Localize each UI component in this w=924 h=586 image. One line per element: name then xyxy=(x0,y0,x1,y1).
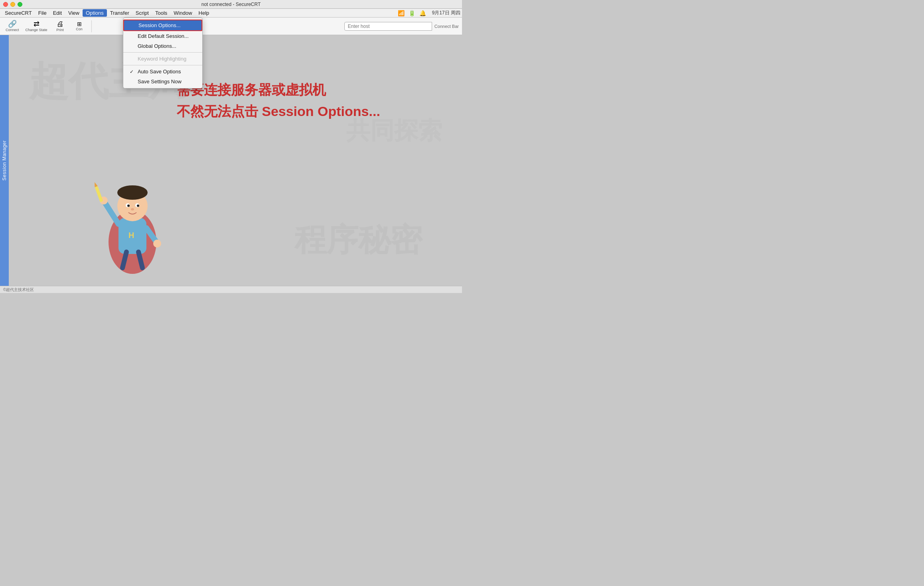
svg-point-6 xyxy=(127,205,130,207)
svg-rect-16 xyxy=(95,186,103,202)
menu-save-settings[interactable]: Save Settings Now xyxy=(123,77,202,87)
print-icon: 🖨 xyxy=(57,20,64,28)
menu-securecrt[interactable]: SecureCRT xyxy=(2,9,35,17)
menu-bar-right: 📶 🔋 🔔 9月17日 周四 xyxy=(397,10,460,16)
menu-help[interactable]: Help xyxy=(195,9,213,17)
edit-default-label: Edit Default Session... xyxy=(138,33,189,39)
menu-separator-1 xyxy=(123,52,202,53)
print-label: Print xyxy=(56,28,64,32)
session-manager-label: Session Manager xyxy=(2,140,7,181)
toolbar-separator xyxy=(91,20,92,32)
character-illustration: H xyxy=(89,162,176,274)
menu-session-options[interactable]: Session Options... xyxy=(123,20,202,31)
con-icon: ⊞ xyxy=(77,21,82,27)
close-button[interactable] xyxy=(3,2,8,7)
svg-point-3 xyxy=(117,185,148,200)
menu-bar: SecureCRT File Edit View Options Transfe… xyxy=(0,9,462,18)
svg-point-8 xyxy=(131,208,134,210)
menu-edit[interactable]: Edit xyxy=(50,9,65,17)
notification-icon: 🔔 xyxy=(418,10,427,16)
main-text-line2: 不然无法点击 Session Options... xyxy=(177,100,380,122)
connect-label: Connect xyxy=(6,28,19,32)
con-button[interactable]: ⊞ Con xyxy=(71,20,88,32)
wifi-icon: 📶 xyxy=(397,10,406,16)
menu-transfer[interactable]: Transfer xyxy=(107,9,132,17)
menu-window[interactable]: Window xyxy=(170,9,195,17)
change-state-button[interactable]: ⇄ Change State xyxy=(23,20,50,33)
host-input[interactable] xyxy=(344,22,432,31)
clock: 9月17日 周四 xyxy=(432,10,460,16)
svg-point-12 xyxy=(153,240,161,248)
toolbar: 🔗 Connect ⇄ Change State 🖨 Print ⊞ Con C… xyxy=(0,18,462,35)
svg-line-9 xyxy=(105,202,118,224)
status-text: ©超代主技术社区 xyxy=(3,287,34,293)
title-bar: not connected - SecureCRT xyxy=(0,0,462,9)
svg-marker-17 xyxy=(93,182,98,187)
menu-edit-default[interactable]: Edit Default Session... xyxy=(123,31,202,41)
connect-icon: 🔗 xyxy=(8,20,17,28)
status-bar: ©超代主技术社区 xyxy=(0,286,462,293)
save-settings-label: Save Settings Now xyxy=(138,79,182,85)
session-options-label: Session Options... xyxy=(138,22,181,28)
global-options-label: Global Options... xyxy=(138,43,176,49)
keyword-label: Keyword Highlighting xyxy=(138,56,186,62)
svg-text:H: H xyxy=(128,231,134,240)
minimize-button[interactable] xyxy=(10,2,15,7)
print-button[interactable]: 🖨 Print xyxy=(51,20,69,33)
menu-keyword-highlighting: Keyword Highlighting xyxy=(123,54,202,64)
menu-view[interactable]: View xyxy=(65,9,83,17)
change-state-icon: ⇄ xyxy=(34,20,39,28)
menu-script[interactable]: Script xyxy=(132,9,152,17)
connect-button[interactable]: 🔗 Connect xyxy=(3,20,22,33)
window-title: not connected - SecureCRT xyxy=(201,2,261,7)
menu-tools[interactable]: Tools xyxy=(152,9,170,17)
menu-options[interactable]: Options xyxy=(83,9,107,17)
auto-save-checkmark: ✓ xyxy=(130,69,135,75)
auto-save-label: Auto Save Options xyxy=(138,69,181,75)
con-label: Con xyxy=(76,27,83,31)
menu-auto-save[interactable]: ✓ Auto Save Options xyxy=(123,67,202,77)
options-dropdown: Session Options... Edit Default Session.… xyxy=(123,18,203,88)
content-area: 超代主局 共同探索 程序秘密 需要连接服务器或虚拟机 不然无法点击 Sessio… xyxy=(9,35,462,286)
menu-file[interactable]: File xyxy=(35,9,50,17)
svg-point-7 xyxy=(137,205,139,207)
menu-global-options[interactable]: Global Options... xyxy=(123,41,202,51)
menu-separator-2 xyxy=(123,65,202,65)
watermark-chars-2: 程序秘密 xyxy=(294,219,422,262)
maximize-button[interactable] xyxy=(18,2,22,7)
main-text-line1: 需要连接服务器或虚拟机 xyxy=(177,79,380,100)
session-manager-sidebar[interactable]: Session Manager xyxy=(0,35,9,286)
battery-icon: 🔋 xyxy=(407,10,417,16)
traffic-lights xyxy=(3,2,22,7)
connect-bar-label: Connect Bar xyxy=(434,24,459,29)
change-state-label: Change State xyxy=(26,28,47,32)
